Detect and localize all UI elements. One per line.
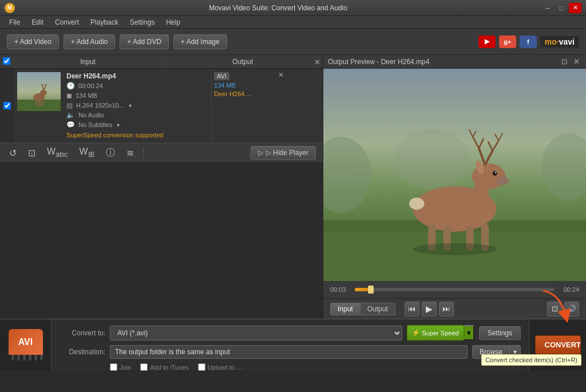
file-list-header: Input Output ✕ [0,55,323,69]
file-row: Deer H264.mp4 🕐 00:00:24 ◼ 134 MB ▤ H.26… [0,69,323,142]
output-size: 134 MB [214,82,236,89]
svg-point-43 [413,243,497,255]
svg-rect-20 [323,232,586,281]
menu-edit[interactable]: Edit [27,17,48,27]
volume-button[interactable]: 🔊 [564,302,579,316]
file-thumbnail [17,72,61,111]
menu-help[interactable]: Help [161,17,185,27]
superspeed-button[interactable]: ⚡ Super Speed [407,325,464,340]
thumbnail-image [17,72,61,111]
upload-checkbox[interactable] [198,363,205,371]
superspeed-dropdown[interactable]: ▾ [464,325,474,340]
social-icons: ▶ g+ f mo·vavi [478,35,579,48]
rewind-button[interactable]: ⏮ [405,302,419,316]
google-plus-icon[interactable]: g+ [499,35,516,48]
upload-option[interactable]: Upload to ... [198,363,241,371]
subtitles-dropdown[interactable]: ▾ [117,122,120,128]
hide-player-label: ▷ Hide Player [266,149,308,157]
app-icon: M [5,3,15,13]
subtitles-icon: 💬 [66,121,75,129]
join-checkbox[interactable] [110,363,117,371]
output-header-close[interactable]: ✕ [314,57,320,66]
edit-toolbar: ↺ ⊡ Wabc W⊞ ⓘ ≋ ▷ ▷ Hide Player [0,142,323,163]
svg-point-42 [409,197,425,209]
superspeed-label: Super Speed [422,330,458,336]
add-dvd-button[interactable]: + Add DVD [120,34,169,49]
toolbar-separator [143,147,144,159]
file-checkbox-cell [0,69,14,142]
file-checkbox[interactable] [3,102,11,109]
preview-panel: Output Preview - Deer H264.mp4 ⊡ ✕ [323,55,586,319]
monitor-icon: ▷ [258,149,263,157]
preview-close-button[interactable]: ✕ [572,57,581,66]
svg-rect-5 [38,101,39,106]
convert-tooltip: Convert checked item(s) (Ctrl+R) [481,354,581,366]
minimize-button[interactable]: ─ [541,3,554,13]
add-to-itunes-checkbox[interactable] [140,363,148,371]
player-controls: Input Output ⏮ ▶ ⏭ ⊡ 🔊 [323,298,586,319]
add-to-itunes-option[interactable]: Add to iTunes [140,363,188,371]
video-format-dropdown[interactable]: ▾ [129,102,132,109]
size-icon: ◼ [66,92,72,100]
svg-point-25 [493,171,497,176]
join-option[interactable]: Join [110,363,131,371]
main-area: Input Output ✕ [0,55,586,319]
svg-rect-7 [42,101,43,106]
menu-file[interactable]: File [5,17,25,27]
timeline-handle[interactable] [368,286,374,294]
preview-header: Output Preview - Deer H264.mp4 ⊡ ✕ [323,55,586,69]
menu-convert[interactable]: Convert [50,17,84,27]
convert-form: Convert to: AVI (*.avi) ⚡ Super Speed ▾ … [52,319,529,370]
output-format-badge: AVI [214,72,229,80]
audio-info: No Audio [78,112,104,118]
input-toggle-button[interactable]: Input [330,303,360,315]
output-toggle-button[interactable]: Output [360,303,395,315]
svg-rect-4 [36,101,37,106]
preview-detach-button[interactable]: ⊡ [560,57,569,66]
select-all-checkbox[interactable] [3,57,10,65]
input-column-header: Input [14,55,163,68]
time-end: 00:24 [559,286,579,293]
crop-button[interactable]: ⊡ [26,146,38,160]
close-button[interactable]: ✕ [569,3,581,13]
clock-icon: 🕐 [66,82,75,90]
audio-button[interactable]: ≋ [124,146,136,160]
convert-to-row: Convert to: AVI (*.avi) ⚡ Super Speed ▾ … [60,325,521,340]
add-image-button[interactable]: + Add Image [173,34,227,49]
avi-icon: AVI [9,329,43,355]
format-select[interactable]: AVI (*.avi) [110,326,402,340]
stabilize-button[interactable]: W⊞ [77,145,97,160]
preview-header-controls: ⊡ ✕ [560,57,581,66]
superspeed-control: ⚡ Super Speed ▾ [407,325,474,340]
facebook-icon[interactable]: f [520,35,537,48]
hide-player-button[interactable]: ▷ ▷ Hide Player [251,146,316,160]
convert-button[interactable]: CONVERT [535,335,581,354]
info-button[interactable]: ⓘ [104,146,117,160]
file-output-info: ✕ AVI 134 MB Deer H264.... [212,69,286,142]
destination-input[interactable] [110,345,468,359]
preview-video-area [323,69,586,281]
svg-point-8 [40,90,47,96]
watermark-button[interactable]: Wabc [45,145,70,160]
youtube-icon[interactable]: ▶ [478,35,496,48]
play-button[interactable]: ▶ [422,302,437,316]
svg-point-18 [394,129,470,190]
menu-playback[interactable]: Playback [86,17,123,27]
title-bar: M Movavi Video Suite: Convert Video and … [0,0,586,16]
file-output-close[interactable]: ✕ [278,71,284,79]
svg-rect-6 [40,101,41,106]
deer-scene [323,69,586,281]
crop-preview-button[interactable]: ⊡ [547,302,562,316]
add-video-button[interactable]: + Add Video [7,34,59,49]
audio-icon: 🔈 [66,111,75,119]
destination-row: Destination: Browse ▾ [60,345,521,359]
input-output-toggle: Input Output [330,303,395,315]
timeline-track[interactable] [355,288,555,291]
maximize-button[interactable]: □ [555,3,568,13]
rotate-button[interactable]: ↺ [7,146,19,160]
menu-settings[interactable]: Settings [125,17,159,27]
settings-button[interactable]: Settings [479,326,521,340]
superspeed-label: SuperSpeed conversion supported [66,132,208,138]
forward-button[interactable]: ⏭ [439,302,454,316]
add-audio-button[interactable]: + Add Audio [64,34,115,49]
